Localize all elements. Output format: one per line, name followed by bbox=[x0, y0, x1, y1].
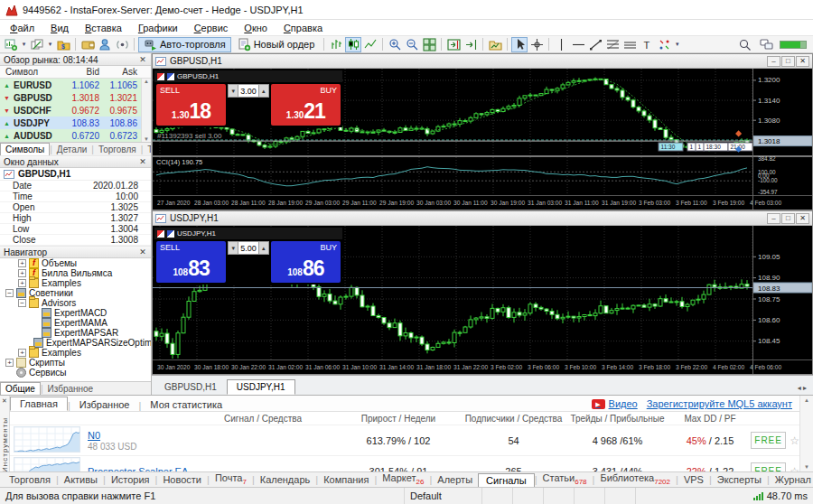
autotrade-button[interactable]: Авто-торговля bbox=[138, 37, 231, 52]
buy-button[interactable]: BUY 1.3021 bbox=[271, 84, 341, 126]
equidistant-channel-tool[interactable] bbox=[621, 37, 638, 52]
volume-up-button[interactable]: ▴ bbox=[258, 241, 269, 255]
usdjpy-window-titlebar[interactable]: USDJPY,H1 – □ ✕ bbox=[153, 211, 812, 226]
close-icon[interactable]: ✕ bbox=[796, 213, 809, 224]
auto-scroll-button[interactable] bbox=[463, 37, 479, 52]
column-header-4[interactable]: Трейды / Прибыльные bbox=[565, 414, 669, 424]
sell-button[interactable]: SELL 1.3018 bbox=[156, 84, 226, 126]
menu-графики[interactable]: Графики bbox=[130, 22, 186, 34]
market-watch-row-usdchf[interactable]: ▼USDCHF0.96720.9675 bbox=[0, 104, 141, 117]
toolbox-tab-статьи[interactable]: Статьи678 bbox=[537, 472, 593, 486]
market-watch-tab-2[interactable]: Детали bbox=[52, 145, 91, 154]
toolbox-tab-торговля[interactable]: Торговля bbox=[4, 474, 56, 485]
bar-chart-button[interactable] bbox=[328, 37, 344, 52]
chart-tab-gbpusd-h1[interactable]: GBPUSD,H1 bbox=[154, 379, 227, 395]
tree-item-билла-вильямса[interactable]: +fБилла Вильямса bbox=[0, 268, 151, 278]
zoom-in-button[interactable] bbox=[387, 37, 403, 52]
gbpusd-window-titlebar[interactable]: GBPUSD,H1 – □ ✕ bbox=[153, 54, 812, 69]
tile-windows-button[interactable] bbox=[421, 37, 437, 52]
close-icon[interactable]: ✕ bbox=[138, 55, 147, 64]
toolbox-tab-библиотека[interactable]: Библиотека7202 bbox=[594, 472, 676, 486]
toolbox-tab-новости[interactable]: Новости bbox=[157, 474, 207, 485]
tree-item-examples[interactable]: +Examples bbox=[0, 278, 151, 288]
line-chart-button[interactable] bbox=[362, 37, 378, 52]
toolbox-tab-компания[interactable]: Компания bbox=[318, 474, 374, 485]
sell-button[interactable]: SELL 10883 bbox=[156, 241, 226, 283]
tree-item-expertmacd[interactable]: ExpertMACD bbox=[0, 308, 151, 318]
market-watch-row-usdjpy[interactable]: ▲USDJPY108.83108.86 bbox=[0, 117, 141, 129]
signal-row[interactable]: Prospector Scalper EA301.54% / 912653 43… bbox=[10, 456, 799, 471]
toolbox-tab-алерты[interactable]: Алерты bbox=[432, 474, 478, 485]
column-header-1[interactable]: Сигнал / Средства bbox=[10, 414, 335, 424]
menu-файл[interactable]: Файл bbox=[2, 22, 42, 34]
close-icon[interactable]: ✕ bbox=[796, 56, 809, 67]
toolbox-tab-журнал[interactable]: Журнал bbox=[770, 474, 813, 485]
expand-icon[interactable]: + bbox=[18, 259, 26, 267]
volume-down-button[interactable]: ▾ bbox=[228, 241, 238, 255]
column-header-2[interactable]: Прирост / Недели bbox=[335, 414, 462, 424]
new-chart-dropdown-icon[interactable]: ▾ bbox=[20, 41, 28, 48]
expand-icon[interactable]: + bbox=[18, 349, 26, 357]
market-watch-tab-3[interactable]: Торговля bbox=[94, 145, 141, 154]
connection-status[interactable]: 48.70 ms bbox=[714, 488, 813, 504]
arrows-tool[interactable] bbox=[656, 37, 672, 52]
expand-icon[interactable]: + bbox=[18, 279, 26, 287]
tree-item-advisors[interactable]: −Advisors bbox=[0, 298, 151, 308]
tree-item-советники[interactable]: −Советники bbox=[0, 288, 151, 298]
toolbox-tab-почта[interactable]: Почта7 bbox=[210, 472, 252, 486]
market-watch-tab-4[interactable]: Тики bbox=[143, 145, 151, 154]
trendline-tool[interactable] bbox=[587, 37, 603, 52]
market-watch-row-gbpusd[interactable]: ▼GBPUSD1.30181.3021 bbox=[0, 91, 141, 104]
close-icon[interactable]: ✕ bbox=[138, 157, 147, 166]
signals-tab-1[interactable]: Главная bbox=[10, 397, 68, 411]
panel-icon[interactable] bbox=[157, 230, 164, 238]
templates-button[interactable] bbox=[487, 37, 503, 52]
tree-item-expertmapsar[interactable]: ExpertMAPSAR bbox=[0, 328, 151, 338]
market-watch-scrollbar[interactable]: ▲▼ bbox=[141, 79, 151, 142]
scroll-down-icon[interactable]: ▼ bbox=[144, 136, 149, 142]
navigator-tab-2[interactable]: Избранное bbox=[43, 384, 98, 394]
buy-button[interactable]: BUY 10886 bbox=[271, 241, 341, 283]
tree-item-сервисы[interactable]: Сервисы bbox=[0, 368, 151, 378]
collapse-icon[interactable]: − bbox=[18, 299, 26, 307]
profiles-dropdown-icon[interactable]: ▾ bbox=[46, 41, 54, 48]
free-button[interactable]: FREE bbox=[751, 432, 786, 449]
menu-сервис[interactable]: Сервис bbox=[186, 22, 237, 34]
favorite-star-icon[interactable]: ☆ bbox=[790, 465, 799, 472]
signal-name-link[interactable]: Prospector Scalper EA bbox=[88, 466, 188, 472]
market-watch-tab-1[interactable]: Символы bbox=[0, 143, 50, 155]
scroll-up-icon[interactable]: ▲ bbox=[144, 79, 149, 84]
menu-вставка[interactable]: Вставка bbox=[77, 22, 130, 34]
chat-icon[interactable] bbox=[758, 37, 774, 52]
chart-tab-usdjpy-h1[interactable]: USDJPY,H1 bbox=[227, 379, 295, 395]
menu-вид[interactable]: Вид bbox=[42, 22, 77, 34]
crosshair-tool-button[interactable] bbox=[528, 37, 545, 52]
video-link[interactable]: ▶Видео bbox=[592, 398, 638, 409]
toolbox-tab-vps[interactable]: VPS bbox=[678, 474, 709, 485]
toolbox-tab-история[interactable]: История bbox=[106, 474, 155, 485]
menu-справка[interactable]: Справка bbox=[276, 22, 331, 34]
horizontal-line-tool[interactable] bbox=[570, 37, 586, 52]
candlestick-chart-button[interactable] bbox=[345, 37, 361, 52]
vertical-line-tool[interactable] bbox=[553, 37, 569, 52]
maximize-icon[interactable]: □ bbox=[781, 56, 795, 67]
tree-item-скрипты[interactable]: +Скрипты bbox=[0, 358, 151, 368]
status-profile[interactable]: Default bbox=[405, 488, 482, 504]
tab-scroll-arrows[interactable]: ◂ ▸ bbox=[798, 384, 810, 395]
menu-окно[interactable]: Окно bbox=[236, 22, 276, 34]
column-header-5[interactable]: Max DD / PF bbox=[669, 414, 751, 424]
column-bid[interactable]: Bid bbox=[65, 67, 103, 77]
favorite-star-icon[interactable]: ☆ bbox=[790, 434, 799, 447]
close-icon[interactable]: ✕ bbox=[138, 247, 147, 257]
usdjpy-chart-area[interactable]: 109.05108.90108.75108.60108.45108.8330 J… bbox=[153, 226, 812, 374]
profiles-button[interactable] bbox=[29, 37, 45, 52]
free-button[interactable]: FREE bbox=[751, 462, 786, 471]
expand-icon[interactable]: + bbox=[5, 359, 14, 367]
tree-item-expertmapsarsizeoptim[interactable]: ExpertMAPSARSizeOptim bbox=[0, 338, 151, 348]
deposit-button[interactable] bbox=[79, 37, 96, 52]
cursor-tool-button[interactable] bbox=[511, 37, 528, 52]
toolbox-tab-маркет[interactable]: Маркет26 bbox=[377, 472, 429, 486]
toolbox-tab-сигналы[interactable]: Сигналы bbox=[478, 473, 535, 487]
maximize-icon[interactable]: □ bbox=[781, 213, 795, 224]
new-order-button[interactable]: Новый ордер bbox=[232, 37, 321, 52]
